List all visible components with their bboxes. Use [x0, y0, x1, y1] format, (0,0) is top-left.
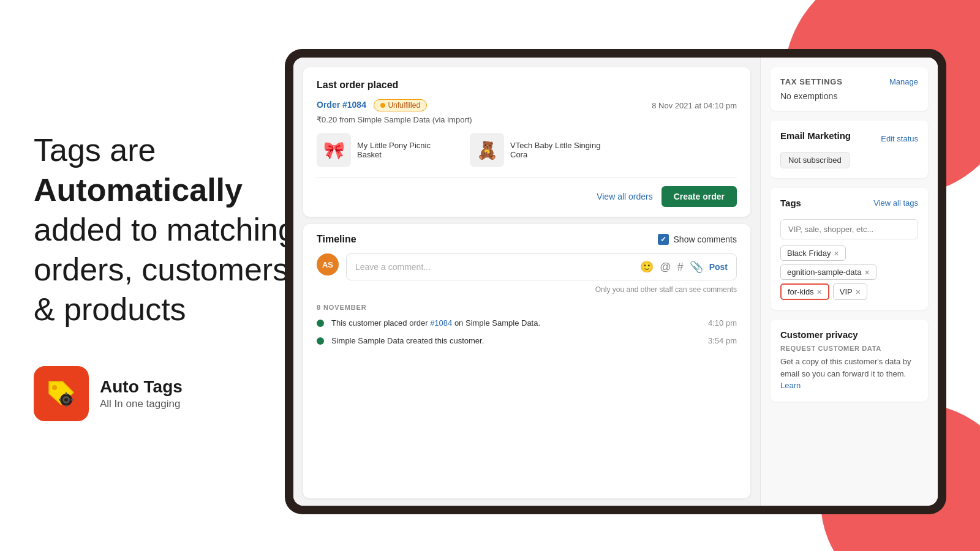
tags-header: Tags View all tags [780, 198, 918, 208]
event-time-2: 3:54 pm [708, 336, 737, 345]
order-link[interactable]: Order #1084 [317, 100, 366, 110]
event-order-link-1[interactable]: #1084 [430, 318, 452, 328]
item-name-2: VTech Baby Little Singing Cora [510, 141, 608, 159]
mention-icon[interactable]: @ [660, 261, 671, 274]
main-content: Last order placed Order #1084 Unfulfille… [293, 58, 760, 506]
tag-black-friday-label: Black Friday [787, 249, 831, 258]
tag-black-friday-remove[interactable]: × [834, 249, 839, 258]
tag-egnition: egnition-sample-data × [780, 264, 876, 280]
logo-area: Auto Tags All In one tagging [34, 366, 297, 421]
timeline-event-2: Simple Sample Data created this customer… [317, 336, 737, 345]
order-item-1: 🎀 My Little Pony Picnic Basket [317, 133, 455, 167]
view-all-orders-link[interactable]: View all orders [597, 192, 653, 201]
order-card: Last order placed Order #1084 Unfulfille… [303, 67, 750, 217]
tag-for-kids-remove[interactable]: × [817, 288, 822, 296]
svg-point-0 [52, 385, 57, 390]
email-status-badge: Not subscribed [780, 152, 850, 168]
timeline-events: This customer placed order #1084 on Simp… [317, 318, 737, 345]
right-sidebar: TAX SETTINGS Manage No exemptions Email … [760, 58, 938, 506]
show-comments-checkbox[interactable] [658, 234, 669, 245]
timeline-header: Timeline Show comments [317, 234, 737, 245]
email-edit-status-link[interactable]: Edit status [881, 134, 918, 143]
avatar: AS [317, 253, 339, 276]
badge-dot [380, 103, 385, 108]
badge-label: Unfulfilled [388, 101, 420, 110]
order-actions: View all orders Create order [317, 177, 737, 207]
item-img-1: 🎀 [317, 133, 351, 167]
attachment-icon[interactable]: 📎 [690, 260, 703, 274]
tags-title: Tags [780, 198, 801, 208]
comment-icons: 🙂 @ # 📎 Post [640, 260, 728, 274]
create-order-button[interactable]: Create order [662, 186, 737, 207]
timeline-dot-2 [317, 337, 324, 345]
logo-text: Auto Tags All In one tagging [100, 377, 183, 410]
svg-rect-4 [66, 392, 67, 395]
app-tagline: All In one tagging [100, 398, 183, 410]
event-time-1: 4:10 pm [708, 318, 737, 328]
event-prefix-1: This customer placed order [331, 318, 430, 328]
tag-egnition-remove[interactable]: × [864, 268, 869, 277]
headline-bold: Automatically [34, 172, 243, 208]
svg-rect-6 [59, 399, 61, 400]
privacy-learn-link[interactable]: Learn [780, 381, 801, 390]
show-comments-control[interactable]: Show comments [658, 234, 737, 245]
svg-point-3 [64, 398, 68, 402]
screen-inner: Last order placed Order #1084 Unfulfille… [293, 58, 938, 506]
tag-vip: VIP × [833, 283, 867, 300]
event-text-1: This customer placed order #1084 on Simp… [331, 318, 701, 328]
event-suffix-1: on Simple Sample Data. [452, 318, 540, 328]
order-card-title: Last order placed [317, 80, 737, 91]
comment-box[interactable]: Leave a comment... 🙂 @ # 📎 Post [346, 253, 737, 280]
tax-settings-section: TAX SETTINGS Manage No exemptions [771, 67, 928, 111]
order-item-2: 🧸 VTech Baby Little Singing Cora [470, 133, 608, 167]
tax-settings-header: TAX SETTINGS Manage [780, 77, 918, 86]
logo-icon [34, 366, 89, 421]
headline: Tags are Automatically added to matching… [34, 130, 297, 329]
privacy-title: Customer privacy [780, 329, 918, 340]
order-amount: ₹0.20 from Simple Sample Data (via impor… [317, 115, 737, 124]
privacy-subtitle: REQUEST CUSTOMER DATA [780, 345, 918, 352]
tag-gear-icon [44, 377, 78, 411]
customer-privacy-section: Customer privacy REQUEST CUSTOMER DATA G… [771, 320, 928, 402]
tags-input[interactable] [780, 219, 918, 239]
tax-settings-value: No exemptions [780, 91, 918, 101]
screen-container: Last order placed Order #1084 Unfulfille… [285, 49, 946, 514]
email-marketing-header: Email Marketing Edit status [780, 130, 918, 147]
order-status-badge: Unfulfilled [374, 99, 427, 111]
headline-prefix: Tags are [34, 132, 156, 168]
item-name-1: My Little Pony Picnic Basket [357, 141, 455, 159]
view-all-tags-link[interactable]: View all tags [873, 198, 918, 208]
hashtag-icon[interactable]: # [677, 261, 684, 274]
tag-for-kids-label: for-kids [788, 287, 814, 296]
tag-egnition-label: egnition-sample-data [787, 268, 861, 277]
privacy-text: Get a copy of this customer's data by em… [780, 356, 918, 392]
post-button[interactable]: Post [709, 262, 728, 272]
order-date: 8 Nov 2021 at 04:10 pm [652, 101, 737, 110]
tax-settings-title: TAX SETTINGS [780, 77, 842, 86]
app-name: Auto Tags [100, 377, 183, 397]
tags-container: Black Friday × egnition-sample-data × fo… [780, 246, 918, 300]
tag-vip-remove[interactable]: × [856, 288, 861, 296]
tag-black-friday: Black Friday × [780, 246, 846, 261]
show-comments-label: Show comments [674, 234, 737, 244]
headline-suffix: added to matching orders, customers & pr… [34, 212, 296, 327]
order-meta: Order #1084 Unfulfilled 8 Nov 2021 at 04… [317, 99, 737, 111]
tax-manage-link[interactable]: Manage [889, 77, 918, 86]
item-img-2: 🧸 [470, 133, 504, 167]
comment-note: Only you and other staff can see comment… [317, 285, 737, 294]
comment-input-area: AS Leave a comment... 🙂 @ # 📎 Post [317, 253, 737, 280]
event-text-2: Simple Sample Data created this customer… [331, 336, 701, 345]
order-items: 🎀 My Little Pony Picnic Basket 🧸 VTech B… [317, 133, 737, 167]
timeline-date-label: 8 NOVEMBER [317, 304, 737, 311]
tags-section: Tags View all tags Black Friday × egniti… [771, 188, 928, 310]
tag-for-kids: for-kids × [780, 283, 829, 300]
emoji-icon[interactable]: 🙂 [640, 260, 654, 274]
left-panel: Tags are Automatically added to matching… [34, 0, 297, 551]
timeline-dot-1 [317, 320, 324, 327]
svg-rect-5 [66, 405, 67, 407]
timeline-title: Timeline [317, 234, 356, 245]
email-marketing-title: Email Marketing [780, 130, 851, 141]
tag-vip-label: VIP [840, 287, 853, 296]
svg-rect-7 [71, 399, 74, 400]
timeline-event-1: This customer placed order #1084 on Simp… [317, 318, 737, 328]
